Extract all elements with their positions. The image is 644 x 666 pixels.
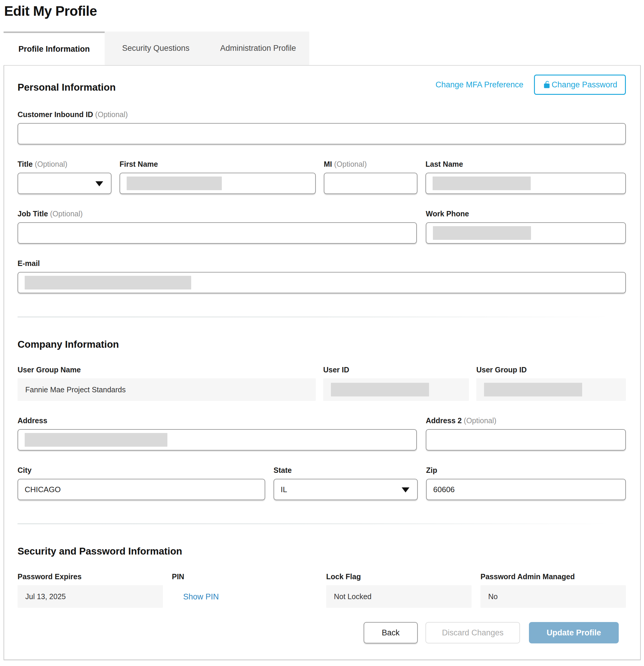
- lock-flag-label: Lock Flag: [326, 572, 472, 581]
- title-label: Title (Optional): [18, 160, 112, 169]
- redacted-value: [25, 276, 191, 290]
- row-security: Password Expires Jul 13, 2025 PIN Show P…: [18, 572, 626, 608]
- zip-label: Zip: [426, 466, 626, 475]
- change-mfa-preference-link[interactable]: Change MFA Preference: [436, 80, 524, 89]
- row-customer-inbound-id: Customer Inbound ID (Optional): [18, 110, 626, 144]
- back-button[interactable]: Back: [363, 622, 418, 644]
- section-divider: [18, 523, 626, 524]
- address2-label: Address 2 (Optional): [426, 416, 626, 425]
- personal-information-heading: Personal Information: [18, 82, 116, 93]
- show-pin-link[interactable]: Show PIN: [183, 592, 317, 601]
- footer-actions: Back Discard Changes Update Profile: [18, 622, 626, 644]
- user-group-id-value: [476, 378, 626, 401]
- address-input[interactable]: [18, 429, 417, 451]
- city-label: City: [18, 466, 265, 475]
- profile-information-panel: Personal Information Change MFA Preferen…: [3, 65, 641, 660]
- password-expires-value: Jul 13, 2025: [18, 585, 163, 608]
- chevron-down-icon: [402, 487, 409, 492]
- tab-profile-information[interactable]: Profile Information: [3, 32, 105, 65]
- change-password-button[interactable]: Change Password: [534, 75, 626, 95]
- panel-header: Personal Information Change MFA Preferen…: [18, 66, 626, 95]
- first-name-input[interactable]: [120, 173, 316, 194]
- header-actions: Change MFA Preference Change Password: [436, 75, 626, 95]
- company-information-heading: Company Information: [18, 339, 626, 350]
- address2-input[interactable]: [426, 429, 626, 451]
- inactive-tab-group: Security Questions Administration Profil…: [105, 32, 309, 65]
- redacted-value: [331, 383, 429, 397]
- lock-flag-value: Not Locked: [326, 585, 472, 608]
- email-label: E-mail: [18, 259, 626, 268]
- pin-label: PIN: [172, 572, 317, 581]
- mi-input[interactable]: [324, 173, 418, 194]
- redacted-value: [433, 177, 531, 190]
- redacted-value: [127, 177, 222, 190]
- customer-inbound-id-input[interactable]: [18, 123, 626, 144]
- password-admin-managed-value: No: [480, 585, 626, 608]
- security-password-heading: Security and Password Information: [18, 546, 626, 557]
- address-label: Address: [18, 416, 417, 425]
- unlock-icon: [543, 81, 552, 89]
- row-job: Job Title (Optional) Work Phone: [18, 210, 626, 244]
- work-phone-label: Work Phone: [426, 210, 626, 218]
- user-id-label: User ID: [323, 366, 469, 374]
- user-group-name-label: User Group Name: [18, 366, 316, 374]
- chevron-down-icon: [96, 181, 103, 186]
- redacted-value: [25, 433, 167, 447]
- row-email: E-mail: [18, 259, 626, 293]
- state-select[interactable]: IL: [273, 479, 418, 500]
- user-group-name-value: Fannie Mae Project Standards: [18, 378, 316, 401]
- work-phone-input[interactable]: [426, 222, 626, 244]
- row-user-group: User Group Name Fannie Mae Project Stand…: [18, 366, 626, 401]
- update-profile-button[interactable]: Update Profile: [529, 622, 619, 644]
- redacted-value: [484, 383, 582, 397]
- job-title-label: Job Title (Optional): [18, 210, 417, 218]
- row-city-state-zip: City State IL Zip: [18, 466, 626, 500]
- last-name-input[interactable]: [425, 173, 626, 194]
- change-password-label: Change Password: [552, 80, 617, 89]
- user-group-id-label: User Group ID: [476, 366, 626, 374]
- discard-changes-button[interactable]: Discard Changes: [425, 622, 520, 644]
- first-name-label: First Name: [120, 160, 316, 169]
- state-label: State: [273, 466, 418, 475]
- zip-input[interactable]: [426, 479, 626, 500]
- tab-bar: Profile Information Security Questions A…: [3, 32, 644, 65]
- last-name-label: Last Name: [425, 160, 626, 169]
- mi-label: MI (Optional): [324, 160, 418, 169]
- redacted-value: [433, 226, 531, 240]
- tab-administration-profile[interactable]: Administration Profile: [207, 32, 309, 65]
- page-title: Edit My Profile: [4, 3, 644, 19]
- password-expires-label: Password Expires: [18, 572, 163, 581]
- user-id-value: [323, 378, 469, 401]
- job-title-input[interactable]: [18, 222, 417, 244]
- city-input[interactable]: [18, 479, 265, 500]
- row-address: Address Address 2 (Optional): [18, 416, 626, 451]
- tab-security-questions[interactable]: Security Questions: [105, 32, 207, 65]
- customer-inbound-id-label: Customer Inbound ID (Optional): [18, 110, 626, 119]
- email-input[interactable]: [18, 272, 626, 293]
- title-select[interactable]: [18, 173, 112, 194]
- section-divider: [18, 316, 626, 317]
- row-name: Title (Optional) First Name MI (Optional…: [18, 160, 626, 194]
- password-admin-managed-label: Password Admin Managed: [480, 572, 626, 581]
